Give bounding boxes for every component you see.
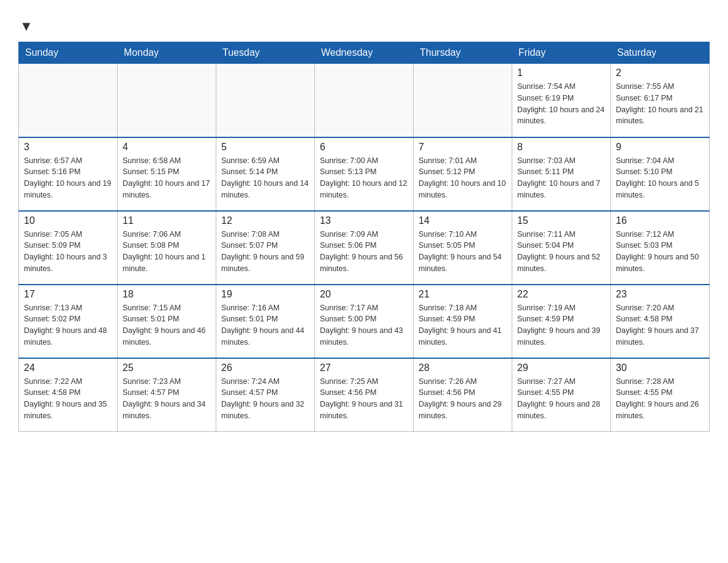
calendar-cell: 26Sunrise: 7:24 AM Sunset: 4:57 PM Dayli… — [216, 358, 315, 432]
calendar-cell: 25Sunrise: 7:23 AM Sunset: 4:57 PM Dayli… — [118, 358, 216, 432]
day-number: 4 — [123, 142, 211, 153]
day-info: Sunrise: 7:20 AM Sunset: 4:58 PM Dayligh… — [616, 302, 704, 348]
calendar-cell: 6Sunrise: 7:00 AM Sunset: 5:13 PM Daylig… — [315, 137, 414, 211]
weekday-header-sunday: Sunday — [19, 42, 118, 64]
day-number: 29 — [517, 362, 605, 373]
weekday-header-wednesday: Wednesday — [315, 42, 414, 64]
calendar-cell: 12Sunrise: 7:08 AM Sunset: 5:07 PM Dayli… — [216, 211, 315, 285]
day-info: Sunrise: 7:55 AM Sunset: 6:17 PM Dayligh… — [616, 81, 704, 127]
day-number: 7 — [419, 142, 507, 153]
day-info: Sunrise: 7:06 AM Sunset: 5:08 PM Dayligh… — [123, 229, 211, 275]
calendar-week-row: 24Sunrise: 7:22 AM Sunset: 4:58 PM Dayli… — [19, 358, 710, 432]
calendar-cell: 24Sunrise: 7:22 AM Sunset: 4:58 PM Dayli… — [19, 358, 118, 432]
day-number: 16 — [616, 215, 704, 226]
day-number: 6 — [320, 142, 408, 153]
weekday-header-row: SundayMondayTuesdayWednesdayThursdayFrid… — [19, 42, 710, 64]
day-info: Sunrise: 6:59 AM Sunset: 5:14 PM Dayligh… — [221, 155, 309, 201]
day-info: Sunrise: 7:17 AM Sunset: 5:00 PM Dayligh… — [320, 302, 408, 348]
day-info: Sunrise: 7:23 AM Sunset: 4:57 PM Dayligh… — [123, 376, 211, 422]
calendar-cell: 2Sunrise: 7:55 AM Sunset: 6:17 PM Daylig… — [611, 64, 710, 137]
calendar-cell: 22Sunrise: 7:19 AM Sunset: 4:59 PM Dayli… — [512, 285, 611, 358]
day-info: Sunrise: 7:00 AM Sunset: 5:13 PM Dayligh… — [320, 155, 408, 201]
calendar-cell — [414, 64, 512, 137]
day-info: Sunrise: 7:28 AM Sunset: 4:55 PM Dayligh… — [616, 376, 704, 422]
day-number: 1 — [517, 67, 605, 79]
calendar-cell: 5Sunrise: 6:59 AM Sunset: 5:14 PM Daylig… — [216, 137, 315, 211]
weekday-header-friday: Friday — [512, 42, 611, 64]
day-info: Sunrise: 7:27 AM Sunset: 4:55 PM Dayligh… — [517, 376, 605, 422]
day-info: Sunrise: 7:11 AM Sunset: 5:04 PM Dayligh… — [517, 229, 605, 275]
calendar-cell: 8Sunrise: 7:03 AM Sunset: 5:11 PM Daylig… — [512, 137, 611, 211]
page-header: ▼ — [18, 12, 710, 34]
day-info: Sunrise: 7:15 AM Sunset: 5:01 PM Dayligh… — [123, 302, 211, 348]
day-number: 27 — [320, 362, 408, 373]
day-info: Sunrise: 7:22 AM Sunset: 4:58 PM Dayligh… — [24, 376, 112, 422]
day-info: Sunrise: 7:08 AM Sunset: 5:07 PM Dayligh… — [221, 229, 309, 275]
calendar-cell: 29Sunrise: 7:27 AM Sunset: 4:55 PM Dayli… — [512, 358, 611, 432]
day-number: 5 — [221, 142, 309, 153]
day-number: 9 — [616, 142, 704, 153]
calendar-cell: 9Sunrise: 7:04 AM Sunset: 5:10 PM Daylig… — [611, 137, 710, 211]
calendar-cell — [216, 64, 315, 137]
day-number: 18 — [123, 289, 211, 300]
day-info: Sunrise: 7:16 AM Sunset: 5:01 PM Dayligh… — [221, 302, 309, 348]
day-info: Sunrise: 7:25 AM Sunset: 4:56 PM Dayligh… — [320, 376, 408, 422]
calendar-cell: 23Sunrise: 7:20 AM Sunset: 4:58 PM Dayli… — [611, 285, 710, 358]
calendar-cell: 30Sunrise: 7:28 AM Sunset: 4:55 PM Dayli… — [611, 358, 710, 432]
day-info: Sunrise: 7:01 AM Sunset: 5:12 PM Dayligh… — [419, 155, 507, 201]
day-number: 13 — [320, 215, 408, 226]
day-number: 30 — [616, 362, 704, 373]
day-number: 17 — [24, 289, 112, 300]
calendar-cell: 17Sunrise: 7:13 AM Sunset: 5:02 PM Dayli… — [19, 285, 118, 358]
weekday-header-tuesday: Tuesday — [216, 42, 315, 64]
calendar-cell: 15Sunrise: 7:11 AM Sunset: 5:04 PM Dayli… — [512, 211, 611, 285]
weekday-header-monday: Monday — [118, 42, 216, 64]
calendar-week-row: 17Sunrise: 7:13 AM Sunset: 5:02 PM Dayli… — [19, 285, 710, 358]
calendar-cell: 19Sunrise: 7:16 AM Sunset: 5:01 PM Dayli… — [216, 285, 315, 358]
calendar-cell: 28Sunrise: 7:26 AM Sunset: 4:56 PM Dayli… — [414, 358, 512, 432]
day-number: 21 — [419, 289, 507, 300]
calendar-cell: 20Sunrise: 7:17 AM Sunset: 5:00 PM Dayli… — [315, 285, 414, 358]
day-number: 8 — [517, 142, 605, 153]
calendar-cell: 13Sunrise: 7:09 AM Sunset: 5:06 PM Dayli… — [315, 211, 414, 285]
day-info: Sunrise: 7:24 AM Sunset: 4:57 PM Dayligh… — [221, 376, 309, 422]
day-info: Sunrise: 7:26 AM Sunset: 4:56 PM Dayligh… — [419, 376, 507, 422]
day-number: 12 — [221, 215, 309, 226]
day-number: 11 — [123, 215, 211, 226]
day-info: Sunrise: 6:57 AM Sunset: 5:16 PM Dayligh… — [24, 155, 112, 201]
day-number: 28 — [419, 362, 507, 373]
calendar-cell — [19, 64, 118, 137]
day-info: Sunrise: 6:58 AM Sunset: 5:15 PM Dayligh… — [123, 155, 211, 201]
day-info: Sunrise: 7:12 AM Sunset: 5:03 PM Dayligh… — [616, 229, 704, 275]
calendar-cell: 16Sunrise: 7:12 AM Sunset: 5:03 PM Dayli… — [611, 211, 710, 285]
calendar-cell: 10Sunrise: 7:05 AM Sunset: 5:09 PM Dayli… — [19, 211, 118, 285]
day-info: Sunrise: 7:05 AM Sunset: 5:09 PM Dayligh… — [24, 229, 112, 275]
calendar-week-row: 3Sunrise: 6:57 AM Sunset: 5:16 PM Daylig… — [19, 137, 710, 211]
calendar-cell: 18Sunrise: 7:15 AM Sunset: 5:01 PM Dayli… — [118, 285, 216, 358]
calendar-cell: 7Sunrise: 7:01 AM Sunset: 5:12 PM Daylig… — [414, 137, 512, 211]
day-info: Sunrise: 7:13 AM Sunset: 5:02 PM Dayligh… — [24, 302, 112, 348]
day-number: 23 — [616, 289, 704, 300]
day-number: 20 — [320, 289, 408, 300]
day-info: Sunrise: 7:19 AM Sunset: 4:59 PM Dayligh… — [517, 302, 605, 348]
day-info: Sunrise: 7:03 AM Sunset: 5:11 PM Dayligh… — [517, 155, 605, 201]
day-info: Sunrise: 7:54 AM Sunset: 6:19 PM Dayligh… — [517, 81, 605, 127]
day-number: 26 — [221, 362, 309, 373]
weekday-header-thursday: Thursday — [414, 42, 512, 64]
day-info: Sunrise: 7:04 AM Sunset: 5:10 PM Dayligh… — [616, 155, 704, 201]
calendar-cell: 14Sunrise: 7:10 AM Sunset: 5:05 PM Dayli… — [414, 211, 512, 285]
calendar-cell: 1Sunrise: 7:54 AM Sunset: 6:19 PM Daylig… — [512, 64, 611, 137]
calendar-cell: 21Sunrise: 7:18 AM Sunset: 4:59 PM Dayli… — [414, 285, 512, 358]
weekday-header-saturday: Saturday — [611, 42, 710, 64]
day-number: 2 — [616, 67, 704, 79]
day-number: 10 — [24, 215, 112, 226]
day-number: 22 — [517, 289, 605, 300]
calendar-cell — [118, 64, 216, 137]
day-number: 25 — [123, 362, 211, 373]
day-number: 19 — [221, 289, 309, 300]
day-info: Sunrise: 7:09 AM Sunset: 5:06 PM Dayligh… — [320, 229, 408, 275]
day-number: 24 — [24, 362, 112, 373]
calendar-week-row: 1Sunrise: 7:54 AM Sunset: 6:19 PM Daylig… — [19, 64, 710, 137]
calendar-cell: 11Sunrise: 7:06 AM Sunset: 5:08 PM Dayli… — [118, 211, 216, 285]
day-number: 3 — [24, 142, 112, 153]
